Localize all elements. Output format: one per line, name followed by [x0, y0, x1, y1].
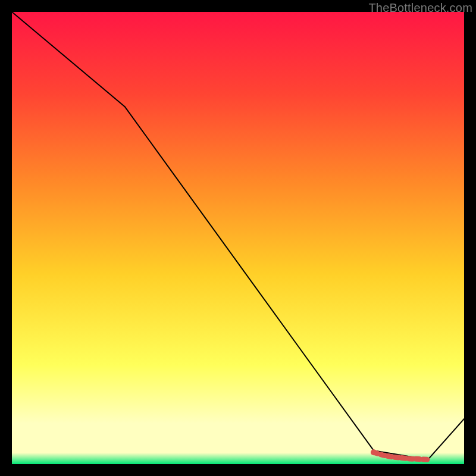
plot-area: [12, 12, 464, 464]
chart-root: TheBottleneck.com: [0, 0, 476, 476]
gradient-bg: [12, 12, 464, 464]
chart-svg: [12, 12, 464, 464]
optimal-range-start-dot: [371, 449, 377, 455]
